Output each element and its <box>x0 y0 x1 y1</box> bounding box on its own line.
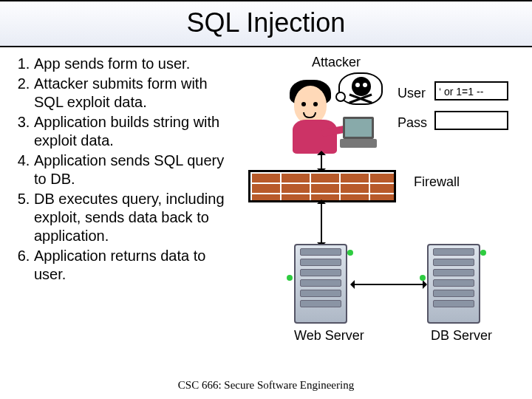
content-area: App sends form to user. Attacker submits… <box>0 47 532 358</box>
step-4: Application sends SQL query to DB. <box>34 151 235 188</box>
server-led-icon <box>480 250 486 256</box>
server-slot <box>433 269 474 276</box>
server-slot <box>300 279 341 287</box>
server-slot <box>300 290 341 297</box>
user-input-field[interactable]: ‘ or 1=1 -- <box>434 81 508 100</box>
server-led-icon <box>347 250 353 256</box>
step-5: DB executes query, including exploit, se… <box>34 190 235 245</box>
attacker-eye-right <box>313 102 318 106</box>
step-2: Attacker submits form with SQL exploit d… <box>34 75 235 112</box>
server-slot <box>300 269 341 276</box>
db-server-label: DB Server <box>431 328 492 344</box>
server-led-icon <box>420 275 426 281</box>
title-bar: SQL Injection <box>0 0 532 47</box>
firewall-label: Firewall <box>414 174 460 190</box>
attacker-figure <box>287 72 383 154</box>
attacker-eye-left <box>301 102 306 106</box>
server-led-icon <box>287 275 293 281</box>
attacker-body <box>293 120 337 154</box>
attacker-head <box>294 86 327 124</box>
laptop-base <box>340 139 377 148</box>
server-slot <box>433 259 474 266</box>
server-slot <box>300 259 341 266</box>
footer-text: CSC 666: Secure Software Engineering <box>0 379 532 392</box>
arrow-firewall-to-webserver <box>321 202 322 244</box>
server-slot <box>300 248 341 256</box>
db-server-icon <box>427 244 480 324</box>
pass-field-label: Pass <box>398 115 427 131</box>
attacker-label: Attacker <box>312 55 361 70</box>
diagram: Attacker User ‘ or 1=1 -- Pass Firewall <box>235 55 525 358</box>
steps-list: App sends form to user. Attacker submits… <box>13 55 235 358</box>
step-3: Application builds string with exploit d… <box>34 113 235 150</box>
skull-icon <box>352 77 371 96</box>
server-slot <box>433 290 474 297</box>
pass-input-field[interactable] <box>434 111 508 130</box>
crossbones-icon <box>344 95 377 102</box>
laptop-screen <box>343 117 374 139</box>
web-server-icon <box>294 244 347 324</box>
server-slot <box>433 279 474 287</box>
step-1: App sends form to user. <box>34 55 235 73</box>
user-field-label: User <box>398 86 426 101</box>
server-slot <box>300 300 341 307</box>
step-6: Application returns data to user. <box>34 247 235 284</box>
web-server-label: Web Server <box>294 328 364 344</box>
arrow-web-to-db <box>353 284 424 285</box>
page-title: SQL Injection <box>0 7 532 38</box>
arrow-attacker-to-firewall <box>321 154 322 170</box>
server-slot <box>433 300 474 307</box>
server-slot <box>433 248 474 256</box>
laptop-icon <box>340 117 377 149</box>
